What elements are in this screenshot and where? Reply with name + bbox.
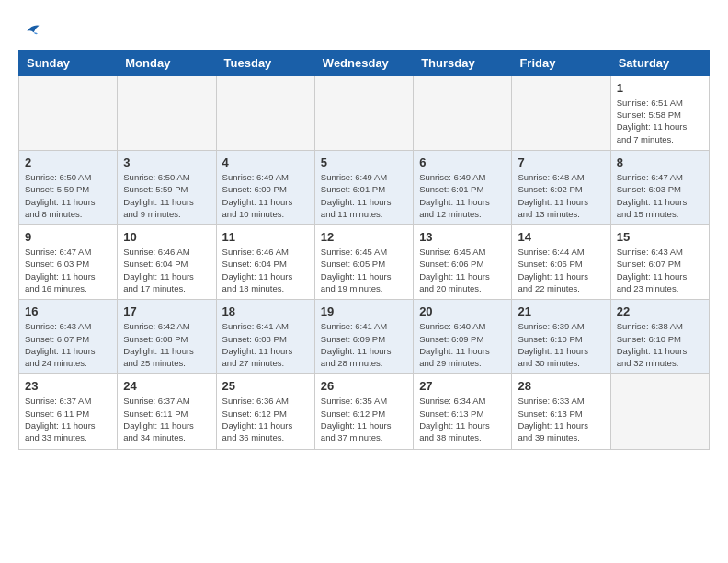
day-number: 15 [617,230,703,244]
calendar-week-row: 9Sunrise: 6:47 AM Sunset: 6:03 PM Daylig… [19,225,710,300]
calendar-cell: 2Sunrise: 6:50 AM Sunset: 5:59 PM Daylig… [19,150,118,224]
calendar-week-row: 2Sunrise: 6:50 AM Sunset: 5:59 PM Daylig… [19,150,710,224]
weekday-header-tuesday: Tuesday [216,50,314,75]
day-info: Sunrise: 6:36 AM Sunset: 6:12 PM Dayligh… [222,395,309,443]
calendar-cell: 18Sunrise: 6:41 AM Sunset: 6:08 PM Dayli… [216,300,314,374]
day-number: 16 [25,304,111,318]
day-info: Sunrise: 6:39 AM Sunset: 6:10 PM Dayligh… [518,320,604,369]
day-number: 2 [25,155,111,169]
day-info: Sunrise: 6:50 AM Sunset: 5:59 PM Dayligh… [25,171,111,220]
calendar-cell: 21Sunrise: 6:39 AM Sunset: 6:10 PM Dayli… [512,300,610,374]
day-info: Sunrise: 6:49 AM Sunset: 6:00 PM Dayligh… [222,171,309,220]
weekday-header-friday: Friday [512,50,610,75]
day-info: Sunrise: 6:47 AM Sunset: 6:03 PM Dayligh… [25,246,111,294]
day-number: 14 [518,230,604,244]
calendar-week-row: 1Sunrise: 6:51 AM Sunset: 5:58 PM Daylig… [19,75,710,150]
day-info: Sunrise: 6:50 AM Sunset: 5:59 PM Dayligh… [123,171,210,220]
weekday-header-row: SundayMondayTuesdayWednesdayThursdayFrid… [19,50,710,75]
calendar-cell: 5Sunrise: 6:49 AM Sunset: 6:01 PM Daylig… [314,150,413,224]
calendar-cell: 4Sunrise: 6:49 AM Sunset: 6:00 PM Daylig… [216,150,314,224]
calendar-cell [216,75,314,150]
calendar-cell: 10Sunrise: 6:46 AM Sunset: 6:04 PM Dayli… [118,225,216,300]
calendar-week-row: 16Sunrise: 6:43 AM Sunset: 6:07 PM Dayli… [19,300,710,374]
calendar-cell: 11Sunrise: 6:46 AM Sunset: 6:04 PM Dayli… [216,225,314,300]
day-number: 27 [419,379,506,393]
calendar-cell [19,75,118,150]
day-info: Sunrise: 6:34 AM Sunset: 6:13 PM Dayligh… [419,395,506,443]
day-info: Sunrise: 6:45 AM Sunset: 6:06 PM Dayligh… [419,246,506,294]
calendar-table: SundayMondayTuesdayWednesdayThursdayFrid… [18,50,710,450]
calendar-cell: 12Sunrise: 6:45 AM Sunset: 6:05 PM Dayli… [314,225,413,300]
day-info: Sunrise: 6:47 AM Sunset: 6:03 PM Dayligh… [617,171,703,220]
day-number: 3 [123,155,210,169]
day-number: 24 [123,379,210,393]
calendar-cell: 17Sunrise: 6:42 AM Sunset: 6:08 PM Dayli… [118,300,216,374]
calendar-cell: 6Sunrise: 6:49 AM Sunset: 6:01 PM Daylig… [414,150,512,224]
page-header [18,18,710,40]
day-info: Sunrise: 6:35 AM Sunset: 6:12 PM Dayligh… [321,395,407,443]
day-number: 25 [222,379,309,393]
day-number: 4 [222,155,309,169]
calendar-cell: 16Sunrise: 6:43 AM Sunset: 6:07 PM Dayli… [19,300,118,374]
day-number: 11 [222,230,309,244]
day-info: Sunrise: 6:48 AM Sunset: 6:02 PM Dayligh… [518,171,604,220]
calendar-cell [118,75,216,150]
calendar-cell: 13Sunrise: 6:45 AM Sunset: 6:06 PM Dayli… [414,225,512,300]
day-number: 1 [617,81,703,95]
day-number: 18 [222,304,309,318]
calendar-cell [512,75,610,150]
day-number: 28 [518,379,604,393]
day-info: Sunrise: 6:37 AM Sunset: 6:11 PM Dayligh… [123,395,210,443]
day-number: 23 [25,379,111,393]
day-info: Sunrise: 6:46 AM Sunset: 6:04 PM Dayligh… [123,246,210,294]
calendar-cell: 15Sunrise: 6:43 AM Sunset: 6:07 PM Dayli… [610,225,709,300]
day-info: Sunrise: 6:33 AM Sunset: 6:13 PM Dayligh… [518,395,604,443]
day-info: Sunrise: 6:45 AM Sunset: 6:05 PM Dayligh… [321,246,407,294]
calendar-cell: 8Sunrise: 6:47 AM Sunset: 6:03 PM Daylig… [610,150,709,224]
day-number: 21 [518,304,604,318]
day-number: 5 [321,155,407,169]
day-info: Sunrise: 6:49 AM Sunset: 6:01 PM Dayligh… [419,171,506,220]
logo [18,18,42,40]
day-info: Sunrise: 6:37 AM Sunset: 6:11 PM Dayligh… [25,395,111,443]
day-info: Sunrise: 6:44 AM Sunset: 6:06 PM Dayligh… [518,246,604,294]
weekday-header-sunday: Sunday [19,50,118,75]
calendar-cell: 26Sunrise: 6:35 AM Sunset: 6:12 PM Dayli… [314,374,413,449]
day-number: 9 [25,230,111,244]
weekday-header-monday: Monday [118,50,216,75]
day-info: Sunrise: 6:46 AM Sunset: 6:04 PM Dayligh… [222,246,309,294]
day-number: 22 [617,304,703,318]
day-info: Sunrise: 6:41 AM Sunset: 6:09 PM Dayligh… [321,320,407,369]
calendar-cell: 9Sunrise: 6:47 AM Sunset: 6:03 PM Daylig… [19,225,118,300]
calendar-cell [610,374,709,449]
day-info: Sunrise: 6:41 AM Sunset: 6:08 PM Dayligh… [222,320,309,369]
day-number: 8 [617,155,703,169]
weekday-header-wednesday: Wednesday [314,50,413,75]
day-number: 6 [419,155,506,169]
day-number: 13 [419,230,506,244]
calendar-cell: 20Sunrise: 6:40 AM Sunset: 6:09 PM Dayli… [414,300,512,374]
calendar-cell: 28Sunrise: 6:33 AM Sunset: 6:13 PM Dayli… [512,374,610,449]
weekday-header-saturday: Saturday [610,50,709,75]
calendar-cell: 3Sunrise: 6:50 AM Sunset: 5:59 PM Daylig… [118,150,216,224]
day-info: Sunrise: 6:43 AM Sunset: 6:07 PM Dayligh… [25,320,111,369]
day-info: Sunrise: 6:49 AM Sunset: 6:01 PM Dayligh… [321,171,407,220]
weekday-header-thursday: Thursday [414,50,512,75]
day-number: 17 [123,304,210,318]
calendar-cell: 14Sunrise: 6:44 AM Sunset: 6:06 PM Dayli… [512,225,610,300]
day-number: 7 [518,155,604,169]
day-info: Sunrise: 6:42 AM Sunset: 6:08 PM Dayligh… [123,320,210,369]
calendar-week-row: 23Sunrise: 6:37 AM Sunset: 6:11 PM Dayli… [19,374,710,449]
calendar-cell [414,75,512,150]
calendar-cell: 24Sunrise: 6:37 AM Sunset: 6:11 PM Dayli… [118,374,216,449]
calendar-cell: 19Sunrise: 6:41 AM Sunset: 6:09 PM Dayli… [314,300,413,374]
day-number: 19 [321,304,407,318]
calendar-cell: 22Sunrise: 6:38 AM Sunset: 6:10 PM Dayli… [610,300,709,374]
day-info: Sunrise: 6:51 AM Sunset: 5:58 PM Dayligh… [617,97,703,145]
day-info: Sunrise: 6:43 AM Sunset: 6:07 PM Dayligh… [617,246,703,294]
day-number: 10 [123,230,210,244]
calendar-cell: 7Sunrise: 6:48 AM Sunset: 6:02 PM Daylig… [512,150,610,224]
day-info: Sunrise: 6:40 AM Sunset: 6:09 PM Dayligh… [419,320,506,369]
day-number: 26 [321,379,407,393]
day-number: 20 [419,304,506,318]
